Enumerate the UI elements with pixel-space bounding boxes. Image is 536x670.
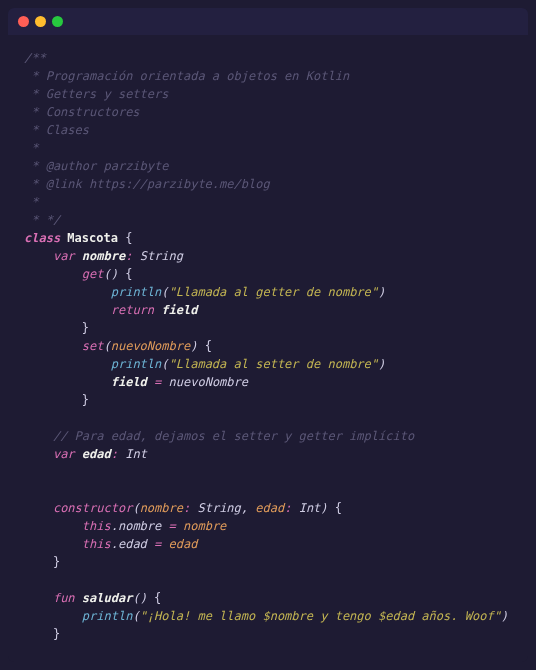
func-println: println [82,609,133,623]
prop-edad: edad [118,537,147,551]
paren: ( [132,501,139,515]
colon: : [111,447,118,461]
brace: { [125,267,132,281]
paren: ( [103,339,110,353]
keyword-field: field [161,303,197,317]
paren: ( [161,285,168,299]
comma: , [241,501,248,515]
property-edad: edad [82,447,111,461]
brace: } [82,321,89,335]
keyword-constructor: constructor [53,501,132,515]
type-int: Int [299,501,321,515]
paren: ( [132,591,139,605]
type-string: String [140,249,183,263]
paren: ) [111,267,118,281]
keyword-return: return [111,303,154,317]
colon: : [183,501,190,515]
paren: ) [190,339,197,353]
param-edad: edad [255,501,284,515]
func-println: println [111,285,162,299]
comment-line: * Getters y setters [24,87,169,101]
paren: ) [320,501,327,515]
keyword-class: class [24,231,60,245]
window-titlebar [8,8,528,35]
inline-comment: // Para edad, dejamos el setter y getter… [53,429,414,443]
close-icon[interactable] [18,16,29,27]
type-int: Int [125,447,147,461]
code-window: /** * Programación orientada a objetos e… [8,8,528,662]
brace: { [154,591,161,605]
comment-line: * Constructores [24,105,140,119]
keyword-var: var [53,447,75,461]
type-string: String [197,501,240,515]
param-nombre: nombre [140,501,183,515]
class-name: Mascota [67,231,118,245]
dot: . [111,537,118,551]
var-edad: edad [169,537,198,551]
brace: } [53,627,60,641]
keyword-get: get [82,267,104,281]
operator-eq: = [154,375,161,389]
var-nombre: nombre [183,519,226,533]
operator-eq: = [169,519,176,533]
paren: ) [140,591,147,605]
param-nuevonombre: nuevoNombre [111,339,190,353]
paren: ) [378,357,385,371]
func-saludar: saludar [82,591,133,605]
paren: ( [161,357,168,371]
keyword-set: set [82,339,104,353]
comment-line: * Programación orientada a objetos en Ko… [24,69,349,83]
comment-line: * [24,195,38,209]
comment-line: * @author parzibyte [24,159,169,173]
brace: { [205,339,212,353]
comment-line: * Clases [24,123,89,137]
property-nombre: nombre [82,249,125,263]
comment-close: * */ [24,213,60,227]
func-println: println [111,357,162,371]
keyword-this: this [82,537,111,551]
brace: { [335,501,342,515]
brace: { [125,231,132,245]
minimize-icon[interactable] [35,16,46,27]
keyword-fun: fun [53,591,75,605]
paren: ) [378,285,385,299]
keyword-this: this [82,519,111,533]
prop-nombre: nombre [118,519,161,533]
string-saludo: "¡Hola! me llamo $nombre y tengo $edad a… [140,609,501,623]
comment-open: /** [24,51,46,65]
paren: ( [132,609,139,623]
maximize-icon[interactable] [52,16,63,27]
comment-line: * @link https://parzibyte.me/blog [24,177,270,191]
operator-eq: = [154,537,161,551]
brace: } [53,555,60,569]
string-setter: "Llamada al setter de nombre" [169,357,379,371]
colon: : [125,249,132,263]
keyword-var: var [53,249,75,263]
dot: . [111,519,118,533]
brace: } [82,393,89,407]
colon: : [284,501,291,515]
comment-line: * [24,141,38,155]
keyword-field: field [111,375,147,389]
paren: ( [103,267,110,281]
code-block: /** * Programación orientada a objetos e… [8,35,528,662]
var-nuevonombre: nuevoNombre [169,375,248,389]
string-getter: "Llamada al getter de nombre" [169,285,379,299]
paren: ) [501,609,508,623]
